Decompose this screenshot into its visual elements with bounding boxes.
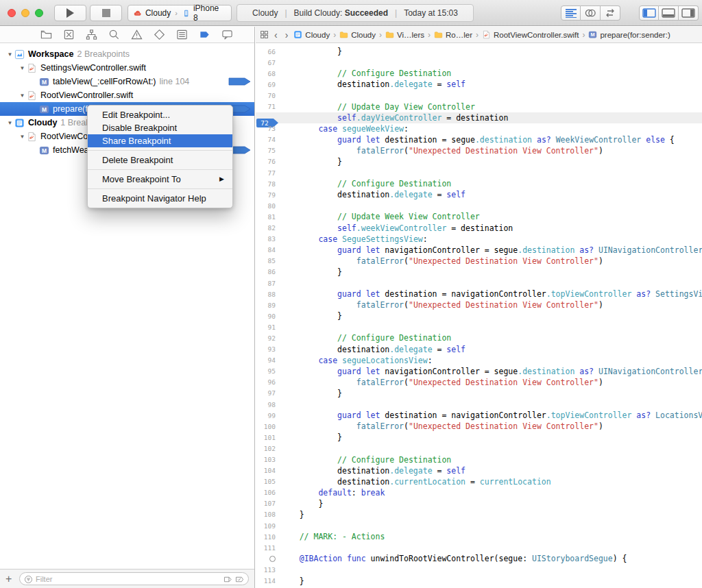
line-number[interactable]: 108 — [256, 511, 280, 518]
code-line[interactable]: 71 // Update Day View Controller — [256, 101, 702, 112]
inspectors-panel-button[interactable] — [679, 5, 699, 21]
tab-breakpoint-navigator[interactable] — [199, 29, 211, 41]
code-line[interactable]: 76 } — [256, 156, 702, 167]
line-number[interactable]: 87 — [256, 280, 280, 287]
code-line[interactable]: 79 destination.delegate = self — [256, 189, 702, 200]
line-number[interactable]: 75 — [256, 147, 280, 154]
related-items-icon[interactable] — [260, 30, 269, 39]
line-number[interactable]: 86 — [256, 268, 280, 275]
line-number[interactable]: 95 — [256, 367, 280, 375]
code-line[interactable]: 107 } — [256, 498, 702, 509]
code-line[interactable]: 70 — [256, 90, 702, 101]
stop-button[interactable] — [90, 5, 122, 21]
breadcrumb-item[interactable]: RootViewController.swift — [482, 30, 579, 39]
line-number[interactable]: 111 — [256, 544, 280, 552]
code-line[interactable]: 108 } — [256, 509, 702, 520]
menu-item-move-breakpoint-to[interactable]: Move Breakpoint To▶ — [88, 173, 232, 186]
code-line[interactable]: 80 — [256, 200, 702, 211]
line-number[interactable]: 97 — [256, 389, 280, 397]
line-number[interactable]: 81 — [256, 213, 280, 221]
code-line[interactable]: 93 destination.delegate = self — [256, 344, 702, 355]
code-line[interactable]: 102 — [256, 443, 702, 454]
code-line[interactable]: 106 default: break — [256, 487, 702, 498]
line-number[interactable]: 102 — [256, 445, 280, 452]
line-number[interactable]: 114 — [256, 577, 280, 585]
line-number[interactable]: 89 — [256, 302, 280, 309]
code-line[interactable]: 111 — [256, 542, 702, 553]
breakpoint-row[interactable]: ▼RootViewController.swift — [0, 88, 254, 102]
line-number[interactable]: 82 — [256, 224, 280, 232]
code-line[interactable]: 101 } — [256, 432, 702, 443]
code-line[interactable]: 110 // MARK: - Actions — [256, 531, 702, 542]
tab-report-navigator[interactable] — [221, 29, 234, 41]
code-line[interactable]: 74 guard let destination = segue.destina… — [256, 134, 702, 145]
breakpoint-row[interactable]: MtableView(_:cellForRowAt:)line 104 — [0, 75, 254, 88]
tab-find-navigator[interactable] — [108, 29, 121, 41]
line-number[interactable]: 105 — [256, 478, 280, 485]
line-number[interactable]: 113 — [256, 566, 280, 574]
line-number[interactable]: 74 — [256, 136, 280, 143]
line-number[interactable]: 101 — [256, 434, 280, 441]
code-line[interactable]: 86 } — [256, 267, 702, 278]
line-number[interactable]: 71 — [256, 103, 280, 110]
code-line[interactable]: 72 self.dayViewController = destination — [256, 112, 702, 123]
code-line[interactable]: 68 // Configure Destination — [256, 68, 702, 79]
code-area[interactable]: 66 }6768 // Configure Destination69 dest… — [256, 44, 702, 588]
line-number[interactable]: 69 — [256, 81, 280, 88]
breadcrumb-item[interactable]: Vi…lers — [385, 30, 424, 39]
code-line[interactable]: 82 self.weekViewController = destination — [256, 223, 702, 234]
minimize-button[interactable] — [21, 9, 29, 17]
code-line[interactable]: 67 — [256, 57, 702, 68]
code-line[interactable]: 75 fatalError("Unexpected Destination Vi… — [256, 145, 702, 156]
line-number[interactable]: 79 — [256, 191, 280, 199]
line-number[interactable]: 94 — [256, 356, 280, 364]
code-line[interactable]: 97 } — [256, 388, 702, 399]
breadcrumb-item[interactable]: Cloudy — [339, 30, 376, 39]
tab-debug-navigator[interactable] — [176, 29, 189, 41]
code-line[interactable]: 88 guard let destination = navigationCon… — [256, 289, 702, 299]
line-number[interactable]: 76 — [256, 158, 280, 165]
code-line[interactable]: 84 guard let navigationController = segu… — [256, 245, 702, 256]
code-line[interactable]: @IBAction func unwindToRootViewControlle… — [256, 553, 702, 564]
menu-item-share-breakpoint[interactable]: Share Breakpoint — [88, 134, 232, 147]
line-number[interactable]: 77 — [256, 169, 280, 177]
version-editor-button[interactable] — [601, 5, 620, 21]
tab-source-control-navigator[interactable] — [63, 29, 75, 41]
code-line[interactable]: 90 } — [256, 310, 702, 321]
code-line[interactable]: 98 — [256, 399, 702, 410]
code-line[interactable]: 113 — [256, 564, 702, 575]
code-line[interactable]: 69 destination.delegate = self — [256, 79, 702, 90]
filter-field[interactable]: Filter — [19, 572, 249, 585]
menu-item-breakpoint-navigator-help[interactable]: Breakpoint Navigator Help — [88, 192, 232, 205]
code-line[interactable]: 103 // Configure Destination — [256, 454, 702, 465]
code-line[interactable]: 78 // Configure Destination — [256, 178, 702, 189]
line-number[interactable]: 83 — [256, 235, 280, 243]
line-number[interactable]: 66 — [256, 48, 280, 56]
connection-circle-icon[interactable] — [269, 556, 276, 562]
disclosure-triangle-icon[interactable]: ▼ — [5, 51, 14, 58]
tab-project-navigator[interactable] — [40, 29, 53, 41]
debug-area-panel-button[interactable] — [659, 5, 679, 21]
line-number[interactable]: 85 — [256, 257, 280, 265]
line-number[interactable]: 106 — [256, 489, 280, 496]
line-number[interactable]: 99 — [256, 412, 280, 419]
line-number[interactable]: 88 — [256, 291, 280, 298]
line-number[interactable]: 80 — [256, 202, 280, 210]
breakpoint-row[interactable]: ▼Workspace2 Breakpoints — [0, 47, 254, 61]
forward-button[interactable]: › — [283, 29, 291, 40]
breakpoint-tag-icon[interactable] — [223, 574, 232, 583]
line-number[interactable]: 104 — [256, 467, 280, 474]
code-line[interactable]: 85 fatalError("Unexpected Destination Vi… — [256, 256, 702, 267]
line-number[interactable]: 70 — [256, 92, 280, 99]
line-number[interactable]: 67 — [256, 59, 280, 66]
back-button[interactable]: ‹ — [272, 29, 280, 40]
breakpoint-marker-icon[interactable] — [228, 77, 251, 86]
run-button[interactable] — [54, 5, 86, 21]
code-line[interactable]: 91 — [256, 321, 702, 332]
line-number[interactable]: 103 — [256, 456, 280, 463]
code-line[interactable]: 105 destination.currentLocation = curren… — [256, 476, 702, 487]
line-number[interactable]: 78 — [256, 180, 280, 188]
line-number[interactable]: 68 — [256, 70, 280, 77]
line-number[interactable]: 98 — [256, 401, 280, 408]
line-number[interactable]: 109 — [256, 522, 280, 530]
